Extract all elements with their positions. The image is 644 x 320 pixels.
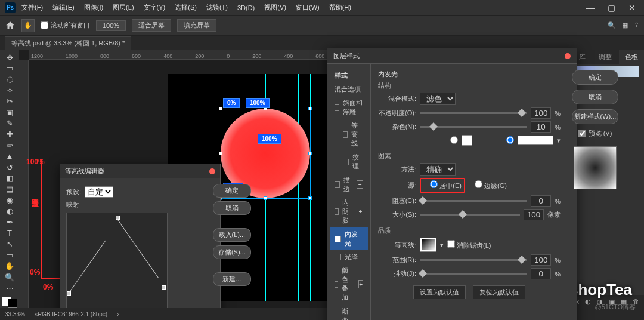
add-icon[interactable]: + (358, 280, 363, 288)
color-tab[interactable]: 色板 (619, 50, 644, 64)
share-icon[interactable]: ⇪ (634, 21, 639, 29)
add-icon[interactable]: + (357, 180, 363, 189)
brush-tool-icon[interactable]: ✏ (2, 140, 17, 150)
maximize-icon[interactable]: ▢ (604, 2, 619, 14)
blend-mode-select[interactable]: 滤色 (420, 93, 456, 105)
zoom-tool-icon[interactable]: 🔍 (2, 272, 17, 282)
type-tool-icon[interactable]: T (2, 228, 17, 238)
range-slider[interactable] (420, 259, 527, 261)
close-icon[interactable]: ✕ (625, 2, 639, 14)
history-brush-tool-icon[interactable]: ↺ (2, 162, 17, 172)
style-inner-shadow[interactable]: 内阴影+ (330, 196, 368, 227)
ls-cancel-button[interactable]: 取消 (572, 90, 618, 104)
close-dot-icon[interactable] (209, 168, 215, 174)
eyedropper-tool-icon[interactable]: ✎ (2, 118, 17, 128)
size-slider[interactable] (420, 214, 520, 216)
style-contour[interactable]: 等高线 (330, 119, 368, 150)
menu-view[interactable]: 视图(V) (261, 1, 290, 14)
fit-screen-button[interactable]: 适合屏幕 (132, 19, 171, 32)
choke-value[interactable] (531, 195, 551, 207)
contour-cancel-button[interactable]: 取消 (213, 201, 251, 215)
style-blend[interactable]: 混合选项 (330, 82, 368, 96)
contour-editor-dialog[interactable]: 等高线编辑器 预设: 自定 映射 (60, 164, 221, 308)
home-icon[interactable] (5, 20, 16, 31)
stamp-tool-icon[interactable]: ▲ (2, 152, 17, 161)
contour-ok-button[interactable]: 确定 (213, 184, 251, 198)
antialias-checkbox[interactable]: 消除锯齿(L) (447, 240, 491, 250)
menu-file[interactable]: 文件(F) (18, 1, 47, 14)
transform-handle[interactable] (308, 152, 312, 155)
chevron-right-icon[interactable]: › (117, 311, 119, 318)
contour-new-button[interactable]: 新建... (213, 272, 251, 286)
style-header[interactable]: 样式 (330, 69, 368, 82)
search-icon[interactable]: 🔍 (608, 21, 616, 29)
minimize-icon[interactable]: — (583, 2, 598, 14)
marquee-tool-icon[interactable]: ▭ (2, 63, 17, 73)
menu-help[interactable]: 帮助(H) (326, 1, 355, 14)
pen-tool-icon[interactable]: ✒ (2, 217, 17, 227)
opacity-slider[interactable] (420, 112, 527, 114)
range-value[interactable] (531, 254, 551, 266)
menu-filter[interactable]: 滤镜(T) (203, 1, 231, 14)
noise-slider[interactable] (420, 126, 527, 128)
size-value[interactable] (524, 209, 544, 220)
jitter-slider[interactable] (420, 273, 527, 275)
transform-handle[interactable] (308, 196, 312, 200)
status-profile[interactable]: sRGB IEC61966-2.1 (8bpc) (35, 311, 107, 318)
glow-gradient-swatch[interactable] (518, 136, 553, 145)
style-inner-glow[interactable]: 内发光 (330, 227, 368, 250)
transform-handle[interactable] (219, 152, 222, 155)
wand-tool-icon[interactable]: ✧ (2, 85, 17, 95)
close-dot-icon[interactable] (565, 53, 571, 59)
glow-color-radio[interactable] (420, 136, 458, 145)
jitter-value[interactable] (531, 268, 551, 279)
document-tab[interactable]: 等高线.psd @ 33.3% (椭圆 1, RGB/8) * (5, 36, 131, 50)
make-default-button[interactable]: 设置为默认值 (413, 285, 466, 299)
transform-handle[interactable] (308, 107, 312, 110)
fill-screen-button[interactable]: 填充屏幕 (177, 19, 216, 32)
guide-line[interactable] (298, 74, 299, 301)
style-texture[interactable]: 纹理 (330, 150, 368, 173)
layer-style-title-bar[interactable]: 图层样式 (327, 48, 577, 64)
menu-image[interactable]: 图像(I) (80, 1, 107, 14)
style-bevel[interactable]: 斜面和浮雕 (330, 96, 368, 119)
glow-gradient-radio[interactable] (476, 136, 514, 145)
style-satin[interactable]: 光泽 (330, 250, 368, 264)
menu-3d[interactable]: 3D(D) (234, 2, 258, 13)
ls-new-style-button[interactable]: 新建样式(W)... (572, 109, 618, 124)
hand-tool-icon2[interactable]: ✋ (2, 261, 17, 270)
opacity-value[interactable] (531, 107, 551, 119)
style-grad-overlay[interactable]: 渐变叠加+ (330, 304, 368, 320)
workspace-icon[interactable]: ▦ (622, 21, 628, 29)
crop-tool-icon[interactable]: ✂ (2, 97, 17, 106)
curve-point[interactable] (162, 285, 166, 290)
ls-ok-button[interactable]: 确定 (572, 70, 618, 85)
heal-tool-icon[interactable]: ✚ (2, 130, 17, 139)
more-tools-icon[interactable]: ⋯ (2, 283, 17, 293)
chevron-down-icon[interactable]: ▾ (440, 241, 444, 249)
hand-tool-icon[interactable]: ✋ (21, 19, 35, 32)
preset-select[interactable]: 自定 (85, 186, 113, 198)
transform-handle[interactable] (264, 196, 267, 200)
gradient-tool-icon[interactable]: ▤ (2, 184, 17, 194)
lasso-tool-icon[interactable]: ◌ (2, 75, 17, 84)
chevron-down-icon[interactable]: ▾ (557, 137, 561, 144)
source-center-radio[interactable]: 居中(E) (423, 180, 462, 190)
source-edge-radio[interactable]: 边缘(G) (469, 180, 507, 190)
style-stroke[interactable]: 描边+ (330, 173, 368, 196)
eraser-tool-icon[interactable]: ◧ (2, 173, 17, 183)
reset-default-button[interactable]: 复位为默认值 (473, 285, 525, 299)
frame-tool-icon[interactable]: ▣ (2, 107, 17, 117)
transform-handle[interactable] (219, 107, 222, 110)
noise-value[interactable] (531, 121, 551, 133)
dodge-tool-icon[interactable]: ◐ (2, 206, 17, 216)
scroll-all-checkbox[interactable]: 滚动所有窗口 (41, 21, 90, 30)
contour-save-button[interactable]: 存储(S)... (213, 245, 251, 259)
technique-select[interactable]: 精确 (420, 163, 456, 176)
menu-window[interactable]: 窗口(W) (292, 1, 323, 14)
style-color-overlay[interactable]: 颜色叠加+ (330, 264, 368, 304)
shape-tool-icon[interactable]: ▭ (2, 250, 17, 260)
blur-tool-icon[interactable]: ◉ (2, 195, 17, 205)
menu-select[interactable]: 选择(S) (171, 1, 200, 14)
contour-thumbnail[interactable] (420, 238, 436, 252)
